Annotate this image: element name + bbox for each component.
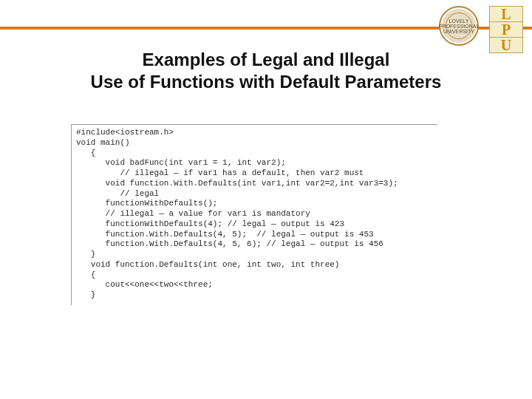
seal-text: LOVELY PROFESSIONAL UNIVERSITY bbox=[439, 18, 479, 34]
logo-letter-l: L bbox=[490, 7, 522, 21]
code-panel: #include<iostream.h> void main() { void … bbox=[71, 124, 437, 305]
slide-title: Examples of Legal and Illegal Use of Fun… bbox=[0, 49, 532, 93]
university-seal: LOVELY PROFESSIONAL UNIVERSITY bbox=[439, 6, 479, 46]
title-line-1: Examples of Legal and Illegal bbox=[0, 49, 532, 71]
logo-letter-p: P bbox=[490, 21, 522, 37]
code-block: #include<iostream.h> void main() { void … bbox=[76, 128, 433, 301]
lpu-logo: L P U bbox=[489, 6, 523, 53]
title-line-2: Use of Functions with Default Parameters bbox=[0, 71, 532, 93]
